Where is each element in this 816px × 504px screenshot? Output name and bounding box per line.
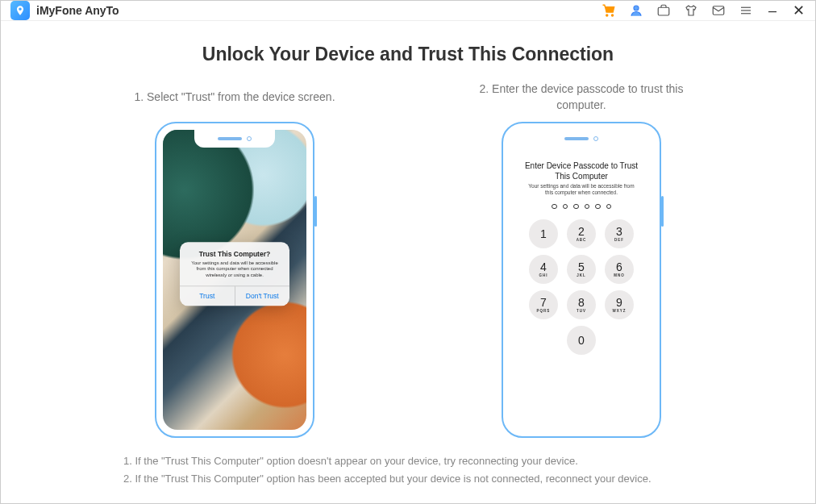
svg-rect-3 (658, 7, 669, 15)
passcode-dot (552, 204, 557, 210)
key-4[interactable]: 4GHI (529, 255, 558, 284)
passcode-subtitle: Your settings and data will be accessibl… (510, 181, 653, 197)
titlebar-right: – ✕ (601, 2, 806, 19)
cart-icon[interactable] (601, 2, 617, 19)
app-window: iMyFone AnyTo – ✕ Unlock (0, 0, 816, 504)
briefcase-icon[interactable] (656, 2, 672, 19)
page-title: Unlock Your Device and Trust This Connec… (202, 44, 614, 65)
titlebar-left: iMyFone AnyTo (10, 1, 119, 20)
dialog-title: Trust This Computer? (186, 250, 283, 258)
svg-point-2 (634, 6, 639, 10)
key-7[interactable]: 7PQRS (529, 290, 558, 319)
dont-trust-button[interactable]: Don't Trust (235, 286, 290, 306)
phone-screen-2: Enter Device Passcode to Trust This Comp… (510, 130, 653, 430)
key-3[interactable]: 3DEF (605, 219, 634, 248)
phone-screen-1: Trust This Computer? Your settings and d… (163, 130, 306, 430)
passcode-dots (552, 204, 611, 210)
step-1-label: 1. Select "Trust" from the device screen… (118, 81, 351, 114)
dialog-body-text: Your settings and data will be accessibl… (186, 260, 283, 279)
app-title: iMyFone AnyTo (36, 4, 119, 17)
app-logo (10, 1, 30, 20)
step-1: 1. Select "Trust" from the device screen… (106, 81, 364, 438)
passcode-dot (573, 204, 579, 210)
svg-point-1 (611, 15, 613, 16)
step-2: 2. Enter the device passcode to trust th… (452, 81, 710, 438)
passcode-dot (606, 204, 612, 210)
key-1[interactable]: 1 (529, 219, 558, 248)
svg-point-0 (606, 15, 608, 16)
note-1: 1. If the "Trust This Computer" option d… (123, 452, 652, 470)
shirt-icon[interactable] (683, 2, 699, 19)
footer-notes: 1. If the "Trust This Computer" option d… (33, 452, 652, 488)
menu-icon[interactable] (738, 2, 754, 19)
key-8[interactable]: 8TUV (567, 290, 596, 319)
passcode-screen: Enter Device Passcode to Trust This Comp… (510, 130, 653, 430)
passcode-title: Enter Device Passcode to Trust This Comp… (510, 160, 653, 181)
minimize-button[interactable]: – (765, 2, 780, 19)
passcode-dot (595, 204, 601, 210)
passcode-dot (563, 204, 568, 210)
phone-notch-2 (541, 130, 622, 148)
key-0[interactable]: 0 (567, 326, 596, 355)
key-2[interactable]: 2ABC (567, 219, 596, 248)
key-9[interactable]: 9WXYZ (605, 290, 634, 319)
phone-illustration-2: Enter Device Passcode to Trust This Comp… (502, 122, 661, 438)
phone-notch (194, 130, 275, 148)
phone-illustration-1: Trust This Computer? Your settings and d… (155, 122, 314, 438)
steps-columns: 1. Select "Trust" from the device screen… (106, 81, 710, 438)
keypad: 1 2ABC 3DEF 4GHI 5JKL 6MNO 7PQRS 8TUV 9W… (529, 219, 634, 355)
trust-button[interactable]: Trust (180, 286, 235, 306)
trust-dialog: Trust This Computer? Your settings and d… (180, 242, 289, 306)
user-icon[interactable] (628, 2, 644, 19)
note-2: 2. If the "Trust This Computer" option h… (123, 470, 652, 488)
svg-rect-4 (713, 6, 724, 15)
key-6[interactable]: 6MNO (605, 255, 634, 284)
close-button[interactable]: ✕ (791, 2, 806, 19)
titlebar: iMyFone AnyTo – ✕ (1, 1, 815, 21)
mail-icon[interactable] (710, 2, 726, 19)
key-5[interactable]: 5JKL (567, 255, 596, 284)
step-2-label: 2. Enter the device passcode to trust th… (452, 81, 710, 114)
passcode-dot (585, 204, 590, 210)
content-area: Unlock Your Device and Trust This Connec… (1, 21, 815, 504)
